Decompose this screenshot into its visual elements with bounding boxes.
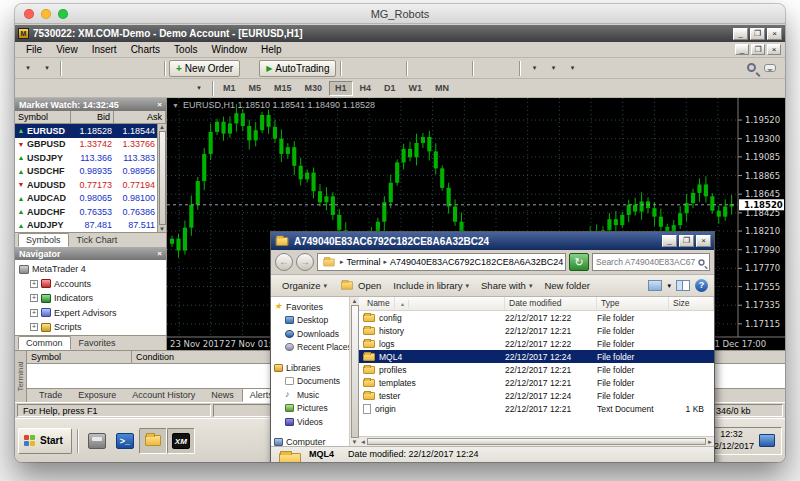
drawing-tool-button[interactable] [151, 80, 170, 97]
zoom-button[interactable] [430, 60, 449, 77]
mt4-titlebar[interactable]: M 7530022: XM.COM-Demo - Demo Account - … [15, 25, 785, 42]
chart-minimize-button[interactable]: _ [735, 44, 749, 55]
sidebar-item[interactable]: Libraries [271, 361, 349, 375]
file-row[interactable]: MQL4 22/12/2017 12:24 File folder [359, 350, 714, 363]
menu-item[interactable]: View [49, 44, 85, 55]
market-watch-row[interactable]: USDCHF 0.98935 0.98956 [15, 165, 157, 179]
column-bid[interactable]: Bid [71, 111, 114, 124]
column-date-modified[interactable]: Date modified [505, 297, 597, 310]
minimize-button[interactable]: _ [733, 28, 748, 40]
timeframe-button[interactable]: M30 [299, 81, 329, 96]
market-watch-scrollbar[interactable]: ▲▼ [157, 124, 166, 232]
timeframe-button[interactable]: M5 [243, 81, 268, 96]
drawing-tool-button[interactable] [94, 80, 113, 97]
zoom-button[interactable] [411, 60, 430, 77]
sidebar-item[interactable]: Desktop [271, 314, 349, 328]
drawing-tool-button[interactable] [189, 80, 208, 97]
explorer-close-button[interactable]: × [696, 235, 711, 247]
chart-restore-button[interactable]: ❐ [751, 44, 765, 55]
file-list-horizontal-scrollbar[interactable]: ◄► [359, 436, 714, 446]
autotrading-button[interactable]: ▶AutoTrading [259, 60, 336, 77]
timeframe-button[interactable]: M1 [217, 81, 242, 96]
file-row[interactable]: profiles 22/12/2017 12:21 File folder [359, 363, 714, 376]
toolbar-button[interactable] [84, 60, 103, 77]
drawing-tool-button[interactable] [113, 80, 132, 97]
vm-titlebar[interactable]: MG_Robots [15, 4, 785, 24]
navigator-item[interactable]: + Indicators [19, 291, 166, 306]
menu-item[interactable]: Window [204, 44, 254, 55]
menu-item[interactable]: File [19, 44, 49, 55]
expand-icon[interactable]: + [30, 309, 38, 317]
drawing-tool-button[interactable] [170, 80, 189, 97]
show-desktop-icon[interactable] [759, 434, 775, 447]
toolbar-dropdown-button[interactable] [524, 60, 543, 77]
explorer-window[interactable]: A749040E83AC6792C182CE8A6A32BC24 _ ❐ × ←… [270, 231, 715, 462]
file-row[interactable]: tester 22/12/2017 12:24 File folder [359, 389, 714, 402]
restore-button[interactable]: ❐ [750, 28, 765, 40]
market-watch-row[interactable]: AUDCAD 0.98065 0.98100 [15, 192, 157, 206]
start-button[interactable]: Start [18, 428, 72, 454]
expert-advisors-button[interactable] [240, 60, 259, 77]
close-icon[interactable]: × [157, 249, 162, 258]
terminal-tab[interactable]: Exposure [70, 388, 124, 402]
breadcrumb-folder[interactable]: A749040E83AC6792C182CE8A6A32BC24 [390, 257, 563, 267]
breadcrumb[interactable]: ▸ Terminal ▸ A749040E83AC6792C182CE8A6A3… [317, 253, 566, 271]
file-row[interactable]: logs 22/12/2017 12:22 File folder [359, 337, 714, 350]
include-in-library-button[interactable]: Include in library▾ [388, 278, 474, 293]
market-watch-row[interactable]: USDJPY 113.366 113.383 [15, 151, 157, 165]
navigator-header[interactable]: Navigator × [15, 247, 166, 260]
chart-scroll-button[interactable] [477, 60, 496, 77]
file-row[interactable]: config 22/12/2017 12:22 File folder [359, 311, 714, 324]
taskbar-clock[interactable]: 12:32 22/12/2017 [709, 429, 754, 452]
powershell-button[interactable]: >_ [111, 428, 139, 454]
server-manager-button[interactable] [83, 428, 111, 454]
market-watch-row[interactable]: EURUSD 1.18528 1.18544 [15, 124, 157, 138]
column-type[interactable]: Type [597, 297, 669, 310]
market-watch-row[interactable]: AUDJPY 87.481 87.511 [15, 219, 157, 233]
menu-item[interactable]: Insert [85, 44, 124, 55]
market-watch-header[interactable]: Market Watch: 14:32:45 × [15, 98, 166, 111]
new-order-button[interactable]: +New Order [169, 60, 240, 77]
column-name[interactable]: Name ▴ [359, 297, 505, 310]
drawing-tool-button[interactable] [132, 80, 151, 97]
chevron-down-icon[interactable]: ▾ [667, 282, 671, 290]
open-button[interactable]: Open [334, 278, 386, 293]
sidebar-scrollbar[interactable]: ▲▼ [349, 297, 359, 446]
file-row[interactable]: history 22/12/2017 12:21 File folder [359, 324, 714, 337]
column-symbol[interactable]: Symbol [15, 111, 71, 124]
change-view-icon[interactable] [648, 280, 662, 291]
toolbar-button[interactable] [122, 60, 141, 77]
toolbar-button[interactable] [18, 60, 37, 77]
drawing-tool-button[interactable] [56, 80, 75, 97]
organize-button[interactable]: Organize▾ [277, 278, 332, 293]
market-watch-tab[interactable]: Symbols [18, 233, 69, 247]
explorer-minimize-button[interactable]: _ [662, 235, 677, 247]
chart-type-button[interactable] [383, 60, 402, 77]
navigator-item[interactable]: + Scripts [19, 320, 166, 335]
breadcrumb-terminal[interactable]: Terminal [347, 257, 381, 267]
forward-button[interactable]: → [296, 253, 314, 271]
expand-icon[interactable]: + [30, 323, 38, 331]
sidebar-item[interactable]: Downloads [271, 327, 349, 341]
file-row[interactable]: origin 22/12/2017 12:21 Text Document 1 … [359, 402, 714, 415]
search-input[interactable]: Search A749040E83AC6792C182CE8A... [592, 253, 710, 271]
toolbar-button[interactable] [141, 60, 160, 77]
menu-item[interactable]: Tools [167, 44, 204, 55]
sidebar-item[interactable]: Videos [271, 415, 349, 429]
explorer-taskbar-button[interactable] [139, 428, 167, 454]
timeframe-button[interactable]: M15 [268, 81, 298, 96]
navigator-item[interactable]: + Accounts [19, 277, 166, 292]
market-watch-row[interactable]: GBPUSD 1.33742 1.33766 [15, 138, 157, 152]
chart-close-button[interactable]: × [767, 44, 781, 55]
timeframe-button[interactable]: W1 [403, 81, 429, 96]
preview-pane-icon[interactable] [676, 280, 690, 291]
refresh-button[interactable]: ↻ [569, 253, 589, 271]
sidebar-item[interactable]: Pictures [271, 402, 349, 416]
drawing-tool-button[interactable] [37, 80, 56, 97]
column-symbol[interactable]: Symbol [27, 351, 132, 364]
back-button[interactable]: ← [275, 253, 293, 271]
terminal-tab[interactable]: Account History [124, 388, 203, 402]
column-ask[interactable]: Ask [114, 111, 166, 124]
toolbar-button[interactable] [65, 60, 84, 77]
share-with-button[interactable]: Share with▾ [476, 278, 537, 293]
